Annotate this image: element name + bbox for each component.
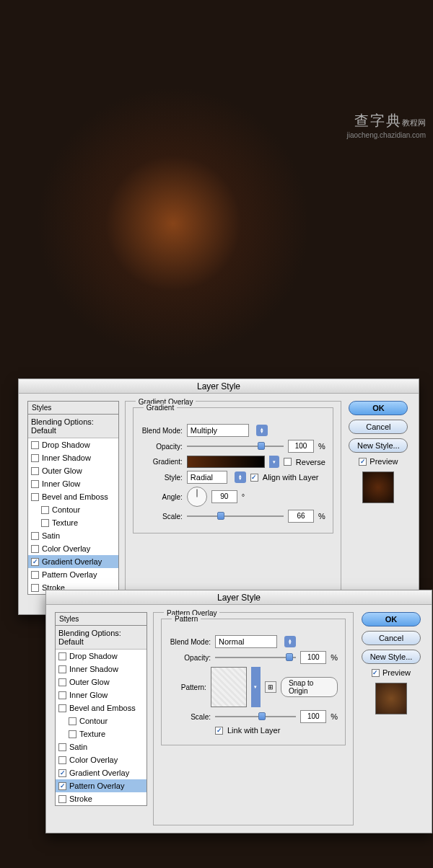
blend-mode-label: Blend Mode: — [141, 427, 183, 435]
opacity-label: Opacity: — [169, 654, 211, 662]
checkbox-icon[interactable] — [31, 545, 39, 553]
scale-slider[interactable] — [215, 712, 296, 721]
angle-input[interactable]: 90 — [211, 490, 237, 503]
cancel-button[interactable]: Cancel — [362, 631, 421, 645]
checkbox-icon[interactable] — [31, 493, 39, 501]
new-style-button[interactable]: New Style... — [349, 438, 408, 453]
checkbox-icon[interactable] — [58, 756, 66, 764]
drop-shadow-row[interactable]: Drop Shadow — [56, 650, 146, 663]
satin-row[interactable]: Satin — [28, 529, 118, 542]
watermark: 查字典教程网 jiaocheng.chazidian.com — [346, 111, 426, 139]
checkbox-icon[interactable] — [69, 717, 76, 725]
gradient-overlay-row[interactable]: Gradient Overlay — [56, 766, 146, 779]
style-select[interactable]: Radial — [187, 471, 227, 484]
scale-input[interactable]: 66 — [288, 510, 314, 523]
checkbox-icon[interactable] — [31, 532, 39, 540]
bevel-emboss-row[interactable]: Bevel and Emboss — [28, 490, 118, 503]
blending-options-row[interactable]: Blending Options: Default — [28, 415, 118, 438]
scale-slider[interactable] — [187, 512, 284, 521]
blend-mode-select[interactable]: Normal — [215, 635, 277, 648]
inner-glow-row[interactable]: Inner Glow — [56, 688, 146, 701]
checkbox-icon[interactable] — [372, 669, 380, 677]
checkbox-icon[interactable] — [31, 467, 39, 475]
bevel-emboss-row[interactable]: Bevel and Emboss — [56, 701, 146, 714]
checkbox-icon[interactable] — [31, 454, 39, 462]
checkbox-icon[interactable] — [58, 678, 66, 686]
inner-shadow-row[interactable]: Inner Shadow — [28, 451, 118, 464]
snap-origin-button[interactable]: Snap to Origin — [281, 677, 338, 697]
pattern-overlay-row[interactable]: Pattern Overlay — [28, 568, 118, 581]
gradient-overlay-row[interactable]: Gradient Overlay — [28, 555, 118, 568]
align-label: Align with Layer — [263, 473, 319, 482]
blend-mode-select[interactable]: Multiply — [187, 424, 249, 437]
dropdown-arrow-icon[interactable]: ▴▾ — [256, 425, 268, 436]
dropdown-arrow-icon[interactable]: ▾ — [269, 456, 279, 468]
angle-dial[interactable] — [187, 487, 207, 507]
scale-input[interactable]: 100 — [300, 710, 326, 723]
scale-label: Scale: — [141, 513, 183, 521]
color-overlay-row[interactable]: Color Overlay — [28, 542, 118, 555]
link-layer-checkbox[interactable] — [215, 727, 223, 735]
gradient-overlay-panel: Gradient Overlay Gradient Blend Mode: Mu… — [125, 401, 341, 607]
satin-row[interactable]: Satin — [56, 740, 146, 753]
opacity-input[interactable]: 100 — [288, 440, 314, 453]
contour-row[interactable]: Contour — [56, 714, 146, 727]
checkbox-icon[interactable] — [58, 795, 66, 803]
checkbox-icon[interactable] — [58, 652, 66, 660]
gradient-swatch[interactable] — [187, 456, 265, 468]
preview-thumbnail — [375, 683, 407, 714]
degree-label: ° — [242, 492, 245, 501]
preview-checkbox-row[interactable]: Preview — [372, 668, 411, 677]
checkbox-icon[interactable] — [58, 704, 66, 712]
slider-thumb-icon[interactable] — [258, 712, 266, 720]
checkbox-icon[interactable] — [41, 519, 49, 527]
color-overlay-row[interactable]: Color Overlay — [56, 753, 146, 766]
slider-thumb-icon[interactable] — [217, 512, 224, 520]
checkbox-icon[interactable] — [31, 571, 39, 579]
outer-glow-row[interactable]: Outer Glow — [28, 464, 118, 477]
cancel-button[interactable]: Cancel — [349, 420, 408, 434]
slider-thumb-icon[interactable] — [258, 442, 265, 450]
checkbox-icon[interactable] — [58, 665, 66, 673]
drop-shadow-row[interactable]: Drop Shadow — [28, 438, 118, 451]
checkbox-icon[interactable] — [31, 480, 39, 488]
reverse-label: Reverse — [296, 458, 325, 466]
ok-button[interactable]: OK — [349, 401, 408, 415]
texture-row[interactable]: Texture — [28, 516, 118, 529]
stroke-row[interactable]: Stroke — [56, 792, 146, 805]
new-style-button[interactable]: New Style... — [362, 650, 421, 664]
texture-row[interactable]: Texture — [56, 727, 146, 740]
checkbox-icon[interactable] — [31, 584, 39, 592]
dropdown-arrow-icon[interactable]: ▾ — [251, 667, 261, 707]
inner-shadow-row[interactable]: Inner Shadow — [56, 663, 146, 676]
checkbox-icon[interactable] — [359, 458, 367, 466]
opacity-input[interactable]: 100 — [300, 651, 326, 664]
ok-button[interactable]: OK — [362, 612, 421, 626]
checkbox-icon[interactable] — [69, 730, 76, 738]
checkbox-icon[interactable] — [58, 769, 66, 777]
preview-checkbox-row[interactable]: Preview — [359, 457, 398, 466]
checkbox-icon[interactable] — [58, 782, 66, 790]
dropdown-arrow-icon[interactable]: ▴▾ — [284, 636, 296, 647]
opacity-slider[interactable] — [187, 442, 284, 451]
reverse-checkbox[interactable] — [284, 458, 292, 466]
snap-origin-icon[interactable]: ⊞ — [265, 681, 276, 693]
outer-glow-row[interactable]: Outer Glow — [56, 676, 146, 688]
percent-label: % — [331, 712, 338, 721]
opacity-slider[interactable] — [215, 653, 296, 662]
blending-options-row[interactable]: Blending Options: Default — [56, 626, 146, 650]
align-checkbox[interactable] — [250, 474, 258, 482]
dropdown-arrow-icon[interactable]: ▴▾ — [235, 471, 246, 483]
pattern-overlay-row[interactable]: Pattern Overlay — [56, 779, 146, 792]
checkbox-icon[interactable] — [31, 558, 39, 566]
checkbox-icon[interactable] — [58, 743, 66, 751]
dialog-title: Layer Style — [46, 590, 432, 605]
contour-row[interactable]: Contour — [28, 503, 118, 516]
checkbox-icon[interactable] — [31, 441, 39, 449]
pattern-swatch[interactable] — [211, 667, 247, 707]
checkbox-icon[interactable] — [58, 691, 66, 699]
styles-list: Blending Options: Default Drop Shadow In… — [27, 415, 119, 595]
inner-glow-row[interactable]: Inner Glow — [28, 477, 118, 490]
checkbox-icon[interactable] — [41, 506, 49, 514]
slider-thumb-icon[interactable] — [286, 653, 293, 661]
